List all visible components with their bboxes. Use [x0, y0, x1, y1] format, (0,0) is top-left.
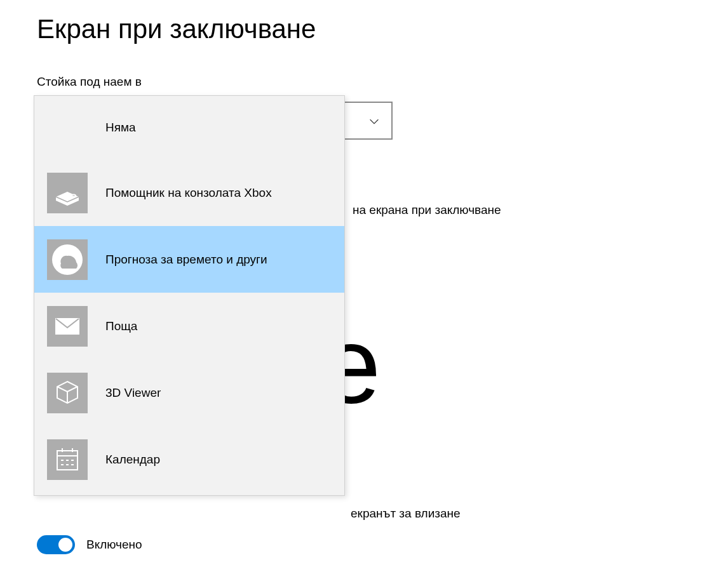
app-selector-list: Няма Помощник на конзолата Xbox Прогноза… [34, 95, 345, 496]
xbox-console-icon [47, 173, 88, 213]
dropdown-item-label: 3D Viewer [105, 386, 161, 400]
dropdown-item-label: Поща [105, 319, 137, 333]
dropdown-item-3dviewer[interactable]: 3D Viewer [34, 359, 344, 426]
dropdown-item-label: Помощник на конзолата Xbox [105, 186, 272, 200]
mail-icon [47, 306, 88, 347]
toggle-switch[interactable] [37, 535, 75, 554]
calendar-icon [47, 439, 88, 480]
dropdown-item-label: Прогноза за времето и други [105, 253, 267, 267]
section-subtitle: Стойка под наем в [37, 75, 142, 89]
dropdown-item-label: Календар [105, 453, 160, 467]
dropdown-item-calendar[interactable]: Календар [34, 426, 344, 493]
weather-icon [47, 239, 88, 280]
dropdown-item-label: Няма [105, 121, 136, 135]
cube-icon [47, 373, 88, 413]
toggle-label: Включено [86, 538, 142, 552]
background-text-signin: екранът за влизане [351, 507, 461, 521]
svg-point-0 [72, 194, 76, 196]
page-title: Екран при заключване [37, 14, 316, 44]
dropdown-item-xbox[interactable]: Помощник на конзолата Xbox [34, 159, 344, 226]
dropdown-item-none[interactable]: Няма [34, 96, 344, 159]
toggle-knob [58, 538, 72, 552]
dropdown-item-weather[interactable]: Прогноза за времето и други [34, 226, 344, 293]
dropdown-item-mail[interactable]: Поща [34, 293, 344, 359]
background-text-lockscreen: на екрана при заключване [353, 203, 501, 217]
chevron-down-icon [367, 114, 381, 128]
